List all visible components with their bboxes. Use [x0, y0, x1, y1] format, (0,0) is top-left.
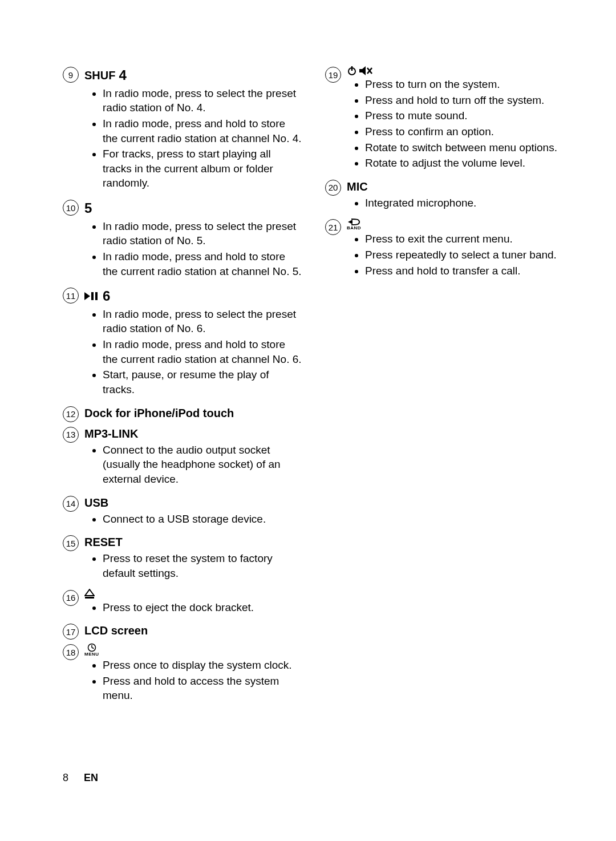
svg-line-7	[92, 648, 94, 649]
item-title: BAND	[347, 218, 565, 231]
clock-menu-icon: MENU	[84, 643, 99, 657]
bullet-item: Press and hold to access the system menu…	[103, 674, 302, 703]
bullet-list: In radio mode, press to select the prese…	[84, 219, 302, 279]
list-item: 18MENUPress once to display the system c…	[63, 643, 302, 707]
item-body: SHUF 4In radio mode, press to select the…	[84, 66, 302, 195]
page-footer: 8 EN	[63, 772, 98, 784]
svg-marker-14	[348, 220, 352, 224]
title-text: LCD screen	[84, 622, 148, 638]
item-number-circle: 19	[325, 67, 341, 83]
svg-rect-2	[95, 292, 98, 300]
bullet-item: Start, pause, or resume the play of trac…	[103, 367, 302, 397]
svg-rect-10	[359, 69, 362, 72]
item-number-circle: 14	[63, 496, 79, 512]
item-title: RESET	[84, 534, 302, 550]
page-number: 8	[63, 772, 68, 783]
list-item: 105In radio mode, press to select the pr…	[63, 199, 302, 283]
item-body: BANDPress to exit the current menu.Press…	[347, 218, 565, 282]
item-body: Press to turn on the system.Press and ho…	[347, 66, 565, 175]
item-number-circle: 13	[63, 427, 79, 443]
svg-marker-11	[362, 66, 366, 75]
title-text: 4	[119, 66, 126, 85]
item-body: 5In radio mode, press to select the pres…	[84, 199, 302, 283]
item-title: 5	[84, 199, 302, 218]
list-item: 21BANDPress to exit the current menu.Pre…	[325, 218, 565, 282]
bullet-item: Press to confirm an option.	[365, 124, 565, 139]
item-body: LCD screen	[84, 622, 302, 638]
title-text: 5	[84, 199, 92, 218]
bullet-list: Press to reset the system to factory def…	[84, 551, 302, 580]
item-number-circle: 10	[63, 200, 79, 216]
item-title: MIC	[347, 179, 565, 195]
title-text: SHUF	[84, 67, 115, 83]
bullet-item: In radio mode, press and hold to store t…	[103, 249, 302, 278]
item-number-circle: 21	[325, 219, 341, 235]
list-item: 20MICIntegrated microphone.	[325, 179, 565, 215]
list-item: 13MP3-LINKConnect to the audio output so…	[63, 426, 302, 491]
item-title	[84, 589, 302, 599]
item-number-circle: 15	[63, 535, 79, 551]
list-item: 16Press to eject the dock bracket.	[63, 589, 302, 620]
list-item: 12Dock for iPhone/iPod touch	[63, 405, 302, 422]
bullet-item: In radio mode, press to select the prese…	[103, 307, 302, 336]
page-language: EN	[84, 772, 98, 783]
title-text: MIC	[347, 179, 368, 195]
bullet-list: Connect to the audio output socket (usua…	[84, 443, 302, 487]
title-text: USB	[84, 495, 108, 511]
bullet-item: In radio mode, press to select the prese…	[103, 219, 302, 248]
list-item: 19Press to turn on the system.Press and …	[325, 66, 565, 175]
back-band-icon: BAND	[347, 218, 361, 231]
right-column: 19Press to turn on the system.Press and …	[325, 66, 565, 711]
item-body: RESETPress to reset the system to factor…	[84, 534, 302, 585]
bullet-item: Press to exit the current menu.	[365, 232, 565, 246]
item-body: MP3-LINKConnect to the audio output sock…	[84, 426, 302, 491]
bullet-item: For tracks, press to start playing all t…	[103, 147, 302, 191]
bullet-item: Integrated microphone.	[365, 196, 565, 211]
power-mute-icon	[347, 66, 373, 76]
item-title: USB	[84, 495, 302, 511]
svg-marker-3	[85, 589, 94, 596]
bullet-item: Press once to display the system clock.	[103, 658, 302, 673]
list-item: 17LCD screen	[63, 622, 302, 640]
bullet-item: In radio mode, press and hold to store t…	[103, 116, 302, 145]
bullet-item: Rotate to adjust the volume level.	[365, 156, 565, 171]
bullet-item: Press to turn on the system.	[365, 77, 565, 92]
bullet-list: Press to exit the current menu.Press rep…	[347, 232, 565, 278]
bullet-list: Connect to a USB storage device.	[84, 512, 302, 527]
title-text: MP3-LINK	[84, 426, 138, 442]
item-title	[347, 66, 565, 76]
item-title: Dock for iPhone/iPod touch	[84, 405, 302, 421]
bullet-item: Press and hold to transfer a call.	[365, 264, 565, 278]
bullet-list: Press to turn on the system.Press and ho…	[347, 77, 565, 171]
bullet-item: Rotate to switch between menu options.	[365, 140, 565, 155]
list-item: 14USBConnect to a USB storage device.	[63, 495, 302, 531]
list-item: 15RESETPress to reset the system to fact…	[63, 534, 302, 585]
bullet-list: In radio mode, press to select the prese…	[84, 307, 302, 397]
item-number-circle: 16	[63, 590, 79, 606]
title-text: Dock for iPhone/iPod touch	[84, 405, 234, 421]
bullet-item: Press and hold to turn off the system.	[365, 93, 565, 108]
eject-icon	[84, 589, 95, 599]
title-text: 6	[103, 286, 110, 306]
list-item: 116In radio mode, press to select the pr…	[63, 286, 302, 401]
item-title: LCD screen	[84, 622, 302, 638]
svg-marker-0	[84, 292, 90, 300]
item-number-circle: 12	[63, 406, 79, 422]
item-body: MICIntegrated microphone.	[347, 179, 565, 215]
bullet-list: Press to eject the dock bracket.	[84, 600, 302, 615]
item-title: MENU	[84, 643, 302, 657]
item-body: USBConnect to a USB storage device.	[84, 495, 302, 531]
item-title: MP3-LINK	[84, 426, 302, 442]
bullet-list: Press once to display the system clock.P…	[84, 658, 302, 703]
svg-rect-4	[85, 597, 94, 599]
item-title: SHUF 4	[84, 66, 302, 85]
item-body: Dock for iPhone/iPod touch	[84, 405, 302, 421]
item-number-circle: 11	[63, 288, 79, 304]
item-number-circle: 18	[63, 644, 79, 660]
bullet-item: Press to eject the dock bracket.	[103, 600, 302, 615]
item-body: Press to eject the dock bracket.	[84, 589, 302, 620]
bullet-item: Press to reset the system to factory def…	[103, 551, 302, 580]
item-number-circle: 9	[63, 67, 79, 83]
item-number-circle: 20	[325, 180, 341, 196]
bullet-item: In radio mode, press to select the prese…	[103, 86, 302, 115]
